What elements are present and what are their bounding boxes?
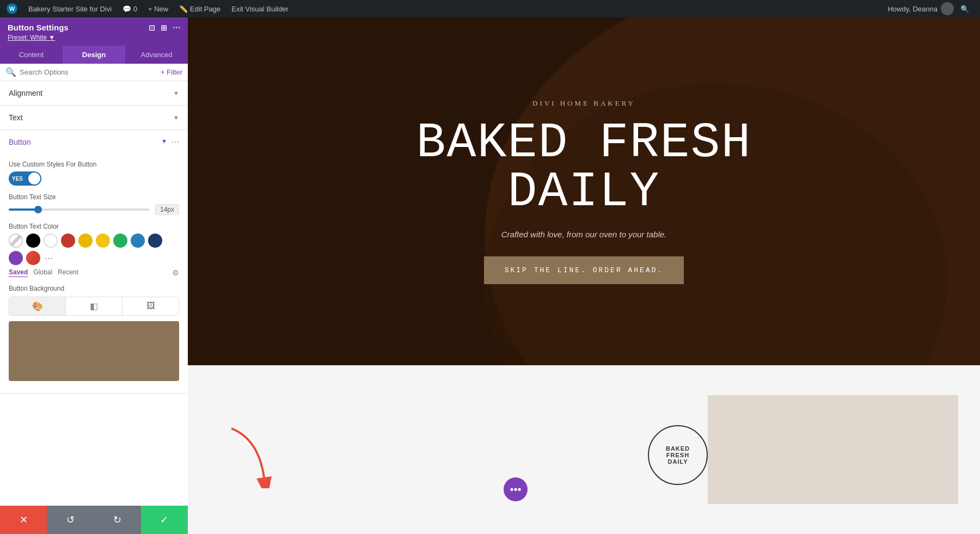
edit-icon: ✏️ bbox=[179, 5, 188, 13]
bottom-toolbar: ✕ ↺ ↻ ✓ bbox=[0, 506, 188, 534]
hero-subtitle: DIVI HOME BAKERY bbox=[416, 99, 751, 108]
color-swatch-green[interactable] bbox=[113, 234, 127, 248]
hero-cta-button[interactable]: SKIP THE LINE. ORDER AHEAD. bbox=[484, 256, 684, 284]
color-swatch-purple[interactable] bbox=[9, 251, 23, 265]
custom-styles-toggle-row: Use Custom Styles For Button YES bbox=[9, 161, 179, 186]
button-text-size-label: Button Text Size bbox=[9, 193, 179, 201]
color-tab-global[interactable]: Global bbox=[33, 268, 52, 277]
bg-tab-image[interactable]: 🖼 bbox=[122, 297, 179, 315]
color-tab-saved[interactable]: Saved bbox=[9, 268, 28, 277]
comment-icon: 💬 bbox=[122, 5, 131, 13]
panel-content: Alignment ▼ Text ▼ Button ▲ ⋯ bbox=[0, 81, 188, 506]
purple-dot-icon: ••• bbox=[510, 483, 521, 496]
search-input[interactable] bbox=[20, 68, 157, 76]
color-swatch-yellow-orange[interactable] bbox=[78, 234, 93, 248]
search-bar: 🔍 + Filter bbox=[0, 64, 188, 81]
hero-content: DIVI HOME BAKERY BAKED FRESHDAILY Crafte… bbox=[416, 99, 751, 284]
alignment-accordion-header[interactable]: Alignment ▼ bbox=[0, 81, 188, 105]
content-bottom-right bbox=[708, 395, 958, 504]
button-text-size-row: Button Text Size 14px bbox=[9, 193, 179, 215]
admin-bar-user[interactable]: Howdy, Deanna bbox=[887, 2, 954, 15]
color-swatch-dark-blue[interactable] bbox=[148, 234, 162, 248]
hero-section: DIVI HOME BAKERY BAKED FRESHDAILY Crafte… bbox=[188, 17, 980, 365]
button-background-section: Button Background 🎨 ◧ 🖼 bbox=[9, 285, 179, 381]
panel-tabs: Content Design Advanced bbox=[0, 46, 188, 64]
responsive-icon[interactable]: ⊡ bbox=[149, 23, 155, 32]
save-button[interactable]: ✓ bbox=[141, 506, 188, 534]
bg-type-tabs: 🎨 ◧ 🖼 bbox=[9, 297, 179, 316]
button-text-color-label: Button Text Color bbox=[9, 223, 179, 230]
slider-thumb[interactable] bbox=[34, 206, 42, 213]
alignment-chevron-icon: ▼ bbox=[173, 90, 179, 96]
preset-value[interactable]: White ▼ bbox=[30, 34, 55, 41]
color-tab-recent[interactable]: Recent bbox=[58, 268, 78, 277]
button-section: Button ▲ ⋯ Use Custom Styles For Button … bbox=[0, 130, 188, 394]
slider-fill bbox=[9, 208, 37, 211]
admin-bar-site-name[interactable]: Bakery Starter Site for Divi bbox=[24, 0, 116, 17]
button-text-color-row: Button Text Color bbox=[9, 223, 179, 277]
filter-button[interactable]: + Filter bbox=[161, 68, 182, 76]
search-icon: 🔍 bbox=[5, 67, 16, 77]
stamp-line3: DAILY bbox=[668, 458, 688, 465]
stamp-logo: BAKED FRESH DAILY bbox=[648, 425, 708, 485]
color-tabs: Saved Global Recent ⚙ bbox=[9, 268, 179, 277]
hero-description: Crafted with love, from our oven to your… bbox=[416, 230, 751, 239]
slider-value[interactable]: 14px bbox=[155, 204, 179, 215]
panel-header: Button Settings ⊡ ⊞ ⋯ Preset: White ▼ bbox=[0, 17, 188, 46]
admin-bar-edit-page[interactable]: ✏️ Edit Page bbox=[175, 0, 225, 17]
button-background-label: Button Background bbox=[9, 285, 179, 292]
color-swatch-red[interactable] bbox=[61, 234, 75, 248]
color-swatch-blue[interactable] bbox=[131, 234, 145, 248]
panel-title-text: Button Settings bbox=[8, 23, 69, 32]
wp-logo-icon[interactable]: W bbox=[7, 3, 17, 14]
slider-control: 14px bbox=[9, 204, 179, 215]
redo-icon: ↻ bbox=[113, 514, 121, 526]
redo-button[interactable]: ↻ bbox=[94, 506, 141, 534]
slider-track[interactable] bbox=[9, 208, 150, 211]
stamp-line1: BAKED bbox=[666, 445, 690, 452]
admin-bar-search[interactable]: 🔍 bbox=[956, 0, 973, 17]
button-section-label: Button bbox=[9, 138, 30, 146]
color-swatch-custom[interactable] bbox=[26, 251, 40, 265]
bg-tab-gradient[interactable]: ◧ bbox=[66, 297, 122, 315]
toggle-knob bbox=[28, 173, 40, 185]
button-settings-icon[interactable]: ⋯ bbox=[171, 138, 179, 146]
tab-content[interactable]: Content bbox=[0, 46, 63, 64]
color-swatch-yellow[interactable] bbox=[96, 234, 110, 248]
button-accordion-header[interactable]: Button ▲ ⋯ bbox=[0, 130, 188, 154]
wp-admin-bar: W Bakery Starter Site for Divi 💬 0 + New… bbox=[0, 0, 980, 17]
undo-button[interactable]: ↺ bbox=[47, 506, 94, 534]
text-section: Text ▼ bbox=[0, 106, 188, 130]
more-icon[interactable]: ⋯ bbox=[173, 23, 180, 32]
text-label: Text bbox=[9, 113, 23, 122]
tab-advanced[interactable]: Advanced bbox=[125, 46, 188, 64]
bg-tab-color[interactable]: 🎨 bbox=[9, 297, 66, 315]
purple-dot-button[interactable]: ••• bbox=[504, 477, 528, 501]
alignment-label: Alignment bbox=[9, 89, 42, 97]
color-swatch-white[interactable] bbox=[44, 234, 58, 248]
admin-bar-exit-builder[interactable]: Exit Visual Builder bbox=[227, 0, 293, 17]
bg-color-preview[interactable] bbox=[9, 321, 179, 381]
tab-design[interactable]: Design bbox=[63, 46, 125, 64]
text-chevron-icon: ▼ bbox=[173, 114, 179, 121]
admin-bar-new[interactable]: + New bbox=[144, 0, 173, 17]
color-more-icon[interactable]: ··· bbox=[45, 253, 53, 264]
button-chevron-icon: ▲ bbox=[161, 139, 167, 145]
left-panel: Button Settings ⊡ ⊞ ⋯ Preset: White ▼ Co… bbox=[0, 17, 188, 534]
toggle-yes-label: YES bbox=[9, 176, 26, 182]
hero-title: BAKED FRESHDAILY bbox=[416, 119, 751, 217]
alignment-section: Alignment ▼ bbox=[0, 81, 188, 106]
stamp-line2: FRESH bbox=[666, 452, 689, 458]
undo-icon: ↺ bbox=[66, 514, 75, 526]
save-icon: ✓ bbox=[160, 514, 168, 526]
text-accordion-header[interactable]: Text ▼ bbox=[0, 106, 188, 130]
admin-bar-comments[interactable]: 💬 0 bbox=[118, 0, 142, 17]
cancel-button[interactable]: ✕ bbox=[0, 506, 47, 534]
preset-label: Preset: bbox=[8, 34, 30, 41]
color-settings-icon[interactable]: ⚙ bbox=[172, 268, 179, 277]
color-swatch-black[interactable] bbox=[26, 234, 40, 248]
layout-icon[interactable]: ⊞ bbox=[161, 23, 167, 32]
color-swatch-transparent[interactable] bbox=[9, 234, 23, 248]
avatar bbox=[941, 2, 954, 15]
custom-styles-toggle[interactable]: YES bbox=[9, 171, 41, 186]
